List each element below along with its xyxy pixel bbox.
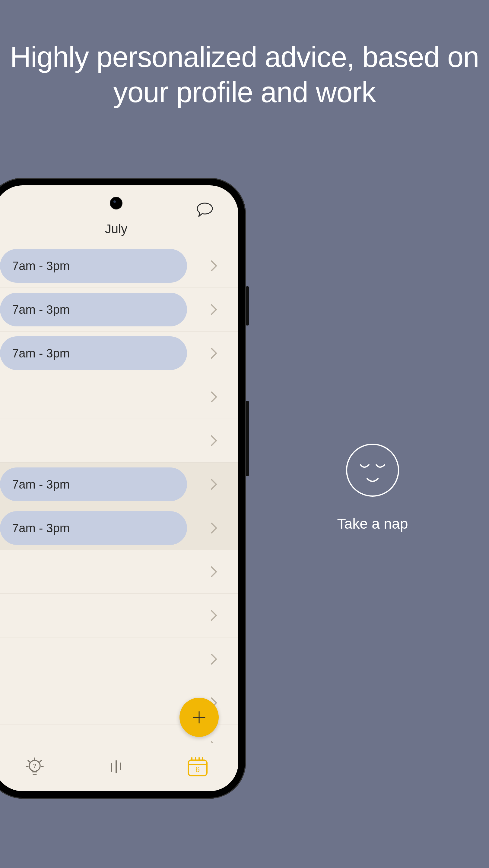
schedule-row[interactable] — [0, 638, 238, 681]
phone-camera — [110, 197, 122, 209]
stats-tab-icon[interactable] — [107, 758, 125, 777]
chat-icon[interactable] — [196, 202, 214, 221]
shift-pill[interactable]: 7am - 3pm — [0, 511, 187, 545]
shift-pill[interactable]: 7am - 3pm — [0, 293, 187, 327]
top-bar: July — [0, 185, 238, 244]
chevron-right-icon — [210, 390, 219, 404]
schedule-row[interactable] — [0, 375, 238, 419]
phone-side-button-2 — [246, 401, 249, 476]
shift-pill[interactable]: 7am - 3pm — [0, 249, 187, 283]
phone-frame: July 7am - 3pm7am - 3pm7am - 3pm7am - 3p… — [0, 178, 246, 799]
tip-panel: Take a nap — [329, 443, 416, 532]
chevron-right-icon — [210, 652, 219, 666]
app-screen: July 7am - 3pm7am - 3pm7am - 3pm7am - 3p… — [0, 185, 238, 791]
tips-tab-icon[interactable]: ? — [24, 756, 45, 778]
schedule-row[interactable]: 7am - 3pm — [0, 288, 238, 332]
chevron-right-icon — [210, 478, 219, 491]
schedule-row[interactable] — [0, 419, 238, 463]
chevron-right-icon — [210, 259, 219, 273]
chevron-right-icon — [210, 609, 219, 622]
phone-side-button-1 — [246, 286, 249, 326]
schedule-row[interactable] — [0, 594, 238, 638]
schedule-row[interactable]: 7am - 3pm — [0, 506, 238, 550]
chevron-right-icon — [210, 303, 219, 316]
chevron-right-icon — [210, 347, 219, 360]
add-button[interactable] — [179, 698, 219, 737]
schedule-list: 7am - 3pm7am - 3pm7am - 3pm7am - 3pm7am … — [0, 244, 238, 743]
chevron-right-icon — [210, 565, 219, 578]
schedule-row[interactable]: 7am - 3pm — [0, 332, 238, 375]
chevron-right-icon — [210, 434, 219, 447]
svg-text:?: ? — [33, 763, 36, 769]
shift-pill[interactable]: 7am - 3pm — [0, 467, 187, 501]
schedule-row[interactable]: 7am - 3pm — [0, 244, 238, 288]
chevron-right-icon — [210, 521, 219, 535]
calendar-badge-number: 6 — [196, 765, 200, 774]
chevron-right-icon — [210, 740, 219, 743]
shift-pill[interactable]: 7am - 3pm — [0, 336, 187, 370]
svg-point-13 — [347, 444, 399, 496]
month-label[interactable]: July — [105, 222, 127, 236]
schedule-row[interactable] — [0, 550, 238, 594]
nap-label: Take a nap — [329, 516, 416, 532]
calendar-tab-icon[interactable]: 6 — [186, 756, 209, 779]
tab-bar: ? — [0, 743, 238, 791]
nap-face-icon — [345, 443, 400, 497]
schedule-row[interactable]: 7am - 3pm — [0, 463, 238, 506]
headline-text: Highly personalized advice, based on you… — [0, 39, 489, 110]
